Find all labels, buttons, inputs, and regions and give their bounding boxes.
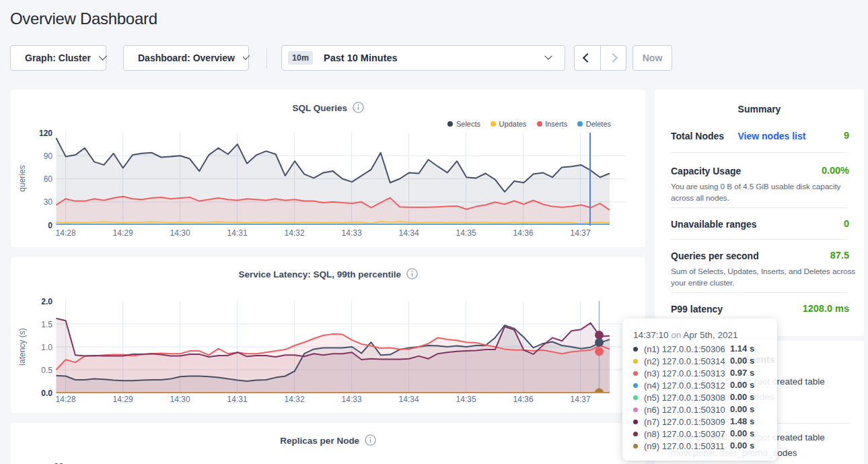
- svg-text:14:35: 14:35: [456, 395, 476, 404]
- svg-text:14:34: 14:34: [399, 395, 419, 404]
- svg-text:14:29: 14:29: [113, 228, 133, 238]
- svg-text:14:29: 14:29: [113, 395, 133, 404]
- svg-text:60: 60: [44, 174, 53, 184]
- svg-text:14:34: 14:34: [399, 228, 419, 238]
- svg-text:1.0: 1.0: [41, 343, 52, 352]
- svg-text:14:37: 14:37: [571, 228, 591, 238]
- svg-text:14:36: 14:36: [513, 228, 534, 238]
- svg-text:0.0: 0.0: [41, 389, 52, 398]
- svg-text:14:31: 14:31: [227, 395, 248, 404]
- svg-text:queries: queries: [17, 165, 27, 191]
- svg-text:2.0: 2.0: [41, 297, 52, 306]
- svg-text:14:36: 14:36: [513, 395, 534, 404]
- svg-text:14:32: 14:32: [285, 395, 305, 404]
- svg-text:14:30: 14:30: [170, 228, 190, 238]
- svg-text:120: 120: [39, 129, 52, 138]
- svg-text:14:33: 14:33: [342, 228, 362, 238]
- svg-text:0: 0: [48, 221, 52, 230]
- svg-text:14:37: 14:37: [571, 395, 591, 404]
- svg-text:14:33: 14:33: [342, 395, 362, 404]
- svg-text:14:31: 14:31: [227, 228, 248, 238]
- svg-text:30: 30: [44, 197, 53, 207]
- svg-text:14:35: 14:35: [456, 228, 476, 238]
- svg-text:14:30: 14:30: [170, 395, 190, 404]
- svg-text:1.5: 1.5: [41, 320, 52, 329]
- svg-text:14:32: 14:32: [285, 228, 305, 238]
- svg-text:90: 90: [44, 152, 53, 161]
- svg-text:0.5: 0.5: [41, 366, 52, 375]
- svg-text:14:28: 14:28: [56, 228, 76, 238]
- svg-text:latency (s): latency (s): [17, 328, 27, 365]
- svg-text:14:28: 14:28: [56, 395, 76, 404]
